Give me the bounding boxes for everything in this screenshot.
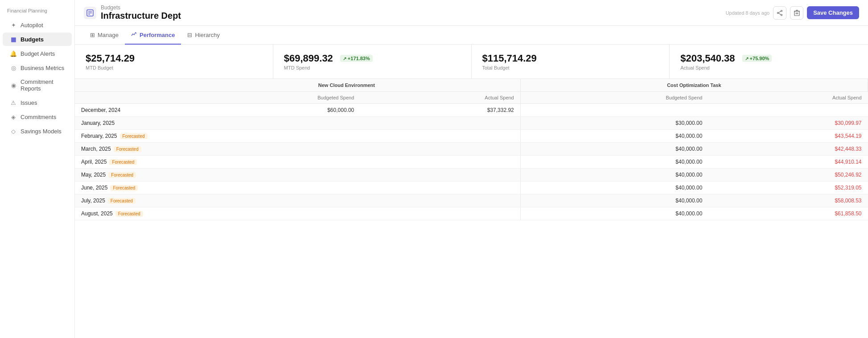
metric-number: $203,540.38 — [680, 53, 735, 64]
breadcrumb: Budgets — [101, 4, 181, 11]
new-cloud-budgeted — [173, 143, 360, 156]
tab-label: Hierarchy — [195, 32, 220, 38]
sidebar: Financial Planning ✦ Autopilot ▦ Budgets… — [0, 0, 75, 338]
metrics-icon: ◎ — [10, 64, 17, 71]
save-changes-button[interactable]: Save Changes — [807, 6, 859, 19]
badge-value: +171.83% — [348, 56, 370, 61]
sub-header-row: Budgeted Spend Actual Spend Budgeted Spe… — [75, 92, 868, 104]
cost-opt-actual: $30,099.97 — [708, 117, 868, 130]
new-cloud-budgeted — [173, 194, 360, 207]
metric-label: Actual Spend — [680, 65, 857, 70]
cost-opt-budgeted: $40,000.00 — [520, 207, 708, 220]
metric-number: $115,714.29 — [482, 53, 537, 64]
sidebar-item-label: Budget Alerts — [21, 50, 55, 57]
cost-opt-actual — [708, 104, 868, 117]
page-title: Infrastructure Dept — [101, 11, 181, 21]
col-group-header: New Cloud Environment Cost Optimization … — [75, 79, 868, 92]
new-cloud-budgeted — [173, 181, 360, 194]
tab-label: Manage — [98, 32, 119, 38]
sidebar-item-commitment-reports[interactable]: ◉ Commitment Reports — [3, 75, 72, 95]
metric-mtd-spend: $69,899.32 ↗ +171.83% MTD Spend — [273, 45, 472, 78]
forecasted-badge: Forecasted — [115, 211, 143, 217]
delete-button[interactable] — [790, 6, 803, 20]
new-cloud-actual — [360, 130, 520, 143]
cost-opt-actual: $61,858.50 — [708, 207, 868, 220]
share-icon — [777, 10, 783, 16]
metric-value: $25,714.29 — [86, 53, 262, 64]
savings-icon: ◇ — [10, 128, 17, 135]
date-cell: July, 2025Forecasted — [75, 194, 173, 207]
date-cell: August, 2025Forecasted — [75, 207, 173, 220]
metric-label: MTD Spend — [284, 65, 461, 70]
data-table: New Cloud Environment Cost Optimization … — [75, 79, 868, 220]
forecasted-badge: Forecasted — [108, 198, 136, 204]
sidebar-item-autopilot[interactable]: ✦ Autopilot — [3, 18, 72, 32]
sidebar-item-label: Savings Models — [21, 128, 62, 135]
new-cloud-budgeted — [173, 156, 360, 169]
sidebar-item-budgets[interactable]: ▦ Budgets — [3, 33, 72, 46]
new-cloud-actual — [360, 169, 520, 181]
svg-point-6 — [777, 12, 779, 13]
cost-opt-actual: $42,448.33 — [708, 143, 868, 156]
new-cloud-actual — [360, 181, 520, 194]
sub-col-date — [75, 92, 173, 104]
date-cell: January, 2025 — [75, 117, 173, 130]
metric-value: $203,540.38 ↗ +75.90% — [680, 53, 857, 64]
sidebar-item-budget-alerts[interactable]: 🔔 Budget Alerts — [3, 47, 72, 60]
sidebar-item-label: Commitments — [21, 114, 56, 120]
tab-hierarchy[interactable]: ⊟ Hierarchy — [181, 26, 226, 45]
sidebar-item-issues[interactable]: ⚠ Issues — [3, 96, 72, 109]
sidebar-item-business-metrics[interactable]: ◎ Business Metrics — [3, 61, 72, 74]
sub-col-cost-opt-actual: Actual Spend — [708, 92, 868, 104]
sub-col-cost-opt-budgeted: Budgeted Spend — [520, 92, 708, 104]
tab-performance[interactable]: Performance — [125, 26, 181, 45]
new-cloud-actual: $37,332.92 — [360, 104, 520, 117]
metric-label: Total Budget — [482, 65, 659, 70]
metric-mtd-budget: $25,714.29 MTD Budget — [75, 45, 273, 78]
table-row: December, 2024$60,000.00$37,332.92 — [75, 104, 868, 117]
new-cloud-actual — [360, 207, 520, 220]
new-cloud-budgeted: $60,000.00 — [173, 104, 360, 117]
date-cell: April, 2025Forecasted — [75, 156, 173, 169]
date-cell: June, 2025Forecasted — [75, 181, 173, 194]
bell-icon: 🔔 — [10, 50, 17, 57]
sidebar-item-label: Budgets — [21, 36, 44, 43]
new-cloud-actual — [360, 194, 520, 207]
forecasted-badge: Forecasted — [114, 146, 141, 152]
new-cloud-budgeted — [173, 130, 360, 143]
issues-icon: ⚠ — [10, 99, 17, 106]
tabs-bar: ⊞ Manage Performance ⊟ Hierarchy — [75, 26, 868, 45]
sidebar-item-commitments[interactable]: ◈ Commitments — [3, 110, 72, 124]
trend-up-icon: ↗ — [745, 56, 749, 61]
topbar-left: Budgets Infrastructure Dept — [84, 4, 181, 21]
forecasted-badge: Forecasted — [109, 159, 137, 165]
sub-col-new-cloud-budgeted: Budgeted Spend — [173, 92, 360, 104]
trash-icon — [794, 10, 800, 16]
cost-opt-actual: $52,319.05 — [708, 181, 868, 194]
date-cell: March, 2025Forecasted — [75, 143, 173, 156]
tab-manage[interactable]: ⊞ Manage — [84, 26, 125, 45]
metric-value: $69,899.32 ↗ +171.83% — [284, 53, 461, 64]
svg-line-7 — [778, 11, 781, 12]
sidebar-item-savings-models[interactable]: ◇ Savings Models — [3, 124, 72, 138]
table-row: January, 2025$30,000.00$30,099.97 — [75, 117, 868, 130]
share-button[interactable] — [773, 6, 786, 20]
mtd-spend-badge: ↗ +171.83% — [340, 55, 373, 62]
topbar-right: Updated 8 days ago — [726, 6, 859, 20]
cost-opt-budgeted: $30,000.00 — [520, 117, 708, 130]
tab-label: Performance — [140, 32, 175, 38]
main-content: Budgets Infrastructure Dept Updated 8 da… — [75, 0, 868, 338]
performance-icon — [131, 31, 137, 38]
metric-label: MTD Budget — [86, 65, 262, 70]
performance-table: New Cloud Environment Cost Optimization … — [75, 79, 868, 338]
new-cloud-actual — [360, 156, 520, 169]
table-row: July, 2025Forecasted$40,000.00$58,008.53 — [75, 194, 868, 207]
forecasted-badge: Forecasted — [120, 133, 148, 139]
sidebar-item-label: Autopilot — [21, 22, 43, 29]
cost-opt-actual: $43,544.19 — [708, 130, 868, 143]
budget-svg-icon — [86, 9, 94, 16]
metric-number: $69,899.32 — [284, 53, 333, 64]
metric-actual-spend: $203,540.38 ↗ +75.90% Actual Spend — [670, 45, 868, 78]
sidebar-item-label: Commitment Reports — [21, 78, 65, 92]
cost-opt-actual: $58,008.53 — [708, 194, 868, 207]
